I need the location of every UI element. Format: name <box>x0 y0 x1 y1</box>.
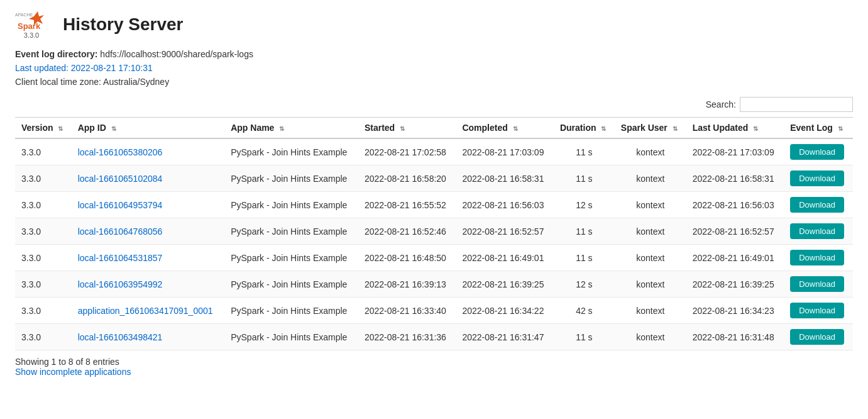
col-duration[interactable]: Duration ⇅ <box>554 118 615 139</box>
cell-app-id[interactable]: local-1661064531857 <box>72 245 225 271</box>
cell-app-name: PySpark - Join Hints Example <box>224 192 358 218</box>
col-event-log[interactable]: Event Log ⇅ <box>784 118 853 139</box>
cell-duration: 11 s <box>554 324 615 350</box>
cell-app-id[interactable]: local-1661064953794 <box>72 192 225 218</box>
cell-app-id[interactable]: local-1661065102084 <box>72 165 225 192</box>
cell-spark-user: kontext <box>615 218 686 245</box>
cell-last-updated: 2022-08-21 16:58:31 <box>686 165 784 192</box>
sort-arrows-event-log: ⇅ <box>838 125 843 132</box>
event-log-label: Event log directory: <box>15 49 97 59</box>
col-last-updated[interactable]: Last Updated ⇅ <box>686 118 784 139</box>
timezone-label: Client local time zone: <box>15 77 101 87</box>
download-button[interactable]: Download <box>790 144 844 160</box>
search-input[interactable] <box>740 97 853 112</box>
cell-download[interactable]: Download <box>784 218 853 245</box>
page-title: History Server <box>63 14 183 35</box>
cell-app-id-link[interactable]: local-1661065380206 <box>78 147 163 157</box>
cell-app-id[interactable]: application_1661063417091_0001 <box>72 298 225 324</box>
cell-app-id-link[interactable]: local-1661063954992 <box>78 279 163 289</box>
table-row: 3.3.0application_1661063417091_0001PySpa… <box>15 298 853 324</box>
spark-version: 3.3.0 <box>24 31 39 39</box>
cell-app-id-link[interactable]: local-1661063498421 <box>78 332 163 342</box>
table-row: 3.3.0local-1661064531857PySpark - Join H… <box>15 245 853 271</box>
cell-download[interactable]: Download <box>784 245 853 271</box>
applications-table: Version ⇅ App ID ⇅ App Name ⇅ Started ⇅ … <box>15 117 853 350</box>
download-button[interactable]: Download <box>790 197 844 213</box>
cell-app-id-link[interactable]: local-1661065102084 <box>78 174 163 184</box>
cell-download[interactable]: Download <box>784 271 853 298</box>
cell-app-id-link[interactable]: local-1661064531857 <box>78 253 163 263</box>
cell-spark-user: kontext <box>615 324 686 350</box>
cell-last-updated: 2022-08-21 16:56:03 <box>686 192 784 218</box>
cell-completed: 2022-08-21 16:39:25 <box>456 271 554 298</box>
col-version[interactable]: Version ⇅ <box>15 118 72 139</box>
cell-app-id[interactable]: local-1661065380206 <box>72 138 225 165</box>
cell-spark-user: kontext <box>615 271 686 298</box>
cell-version: 3.3.0 <box>15 324 72 350</box>
sort-arrows-app-id: ⇅ <box>111 125 116 132</box>
sort-arrows-spark-user: ⇅ <box>673 125 678 132</box>
cell-app-name: PySpark - Join Hints Example <box>224 165 358 192</box>
cell-duration: 42 s <box>554 298 615 324</box>
table-row: 3.3.0local-1661063498421PySpark - Join H… <box>15 324 853 350</box>
cell-download[interactable]: Download <box>784 298 853 324</box>
show-incomplete-link[interactable]: Show incomplete applications <box>15 367 131 377</box>
download-button[interactable]: Download <box>790 276 844 292</box>
cell-completed: 2022-08-21 16:52:57 <box>456 218 554 245</box>
table-row: 3.3.0local-1661064953794PySpark - Join H… <box>15 192 853 218</box>
cell-last-updated: 2022-08-21 17:03:09 <box>686 138 784 165</box>
download-button[interactable]: Download <box>790 250 844 265</box>
download-button[interactable]: Download <box>790 223 844 239</box>
search-bar: Search: <box>15 97 853 112</box>
cell-app-id[interactable]: local-1661064768056 <box>72 218 225 245</box>
download-button[interactable]: Download <box>790 329 844 345</box>
cell-last-updated: 2022-08-21 16:34:23 <box>686 298 784 324</box>
cell-started: 2022-08-21 17:02:58 <box>358 138 456 165</box>
cell-app-id-link[interactable]: local-1661064953794 <box>78 200 163 210</box>
footer: Showing 1 to 8 of 8 entries Show incompl… <box>15 357 853 377</box>
cell-last-updated: 2022-08-21 16:52:57 <box>686 218 784 245</box>
cell-completed: 2022-08-21 16:58:31 <box>456 165 554 192</box>
col-spark-user[interactable]: Spark User ⇅ <box>615 118 686 139</box>
cell-last-updated: 2022-08-21 16:31:48 <box>686 324 784 350</box>
cell-started: 2022-08-21 16:55:52 <box>358 192 456 218</box>
col-started[interactable]: Started ⇅ <box>358 118 456 139</box>
sort-arrows-last-updated: ⇅ <box>753 125 758 132</box>
col-completed[interactable]: Completed ⇅ <box>456 118 554 139</box>
cell-completed: 2022-08-21 16:49:01 <box>456 245 554 271</box>
download-button[interactable]: Download <box>790 303 844 318</box>
cell-duration: 12 s <box>554 192 615 218</box>
download-button[interactable]: Download <box>790 170 844 186</box>
cell-app-id[interactable]: local-1661063954992 <box>72 271 225 298</box>
table-body: 3.3.0local-1661065380206PySpark - Join H… <box>15 138 853 350</box>
table-row: 3.3.0local-1661063954992PySpark - Join H… <box>15 271 853 298</box>
cell-download[interactable]: Download <box>784 324 853 350</box>
cell-version: 3.3.0 <box>15 271 72 298</box>
cell-version: 3.3.0 <box>15 245 72 271</box>
cell-completed: 2022-08-21 16:34:22 <box>456 298 554 324</box>
cell-version: 3.3.0 <box>15 218 72 245</box>
page-header: APACHE Spark 3.3.0 History Server <box>15 10 853 39</box>
sort-arrows-app-name: ⇅ <box>279 125 284 132</box>
cell-app-id-link[interactable]: local-1661064768056 <box>78 226 163 237</box>
svg-text:APACHE: APACHE <box>15 13 33 17</box>
timezone: Client local time zone: Australia/Sydney <box>15 77 853 87</box>
cell-app-name: PySpark - Join Hints Example <box>224 245 358 271</box>
cell-app-id-link[interactable]: application_1661063417091_0001 <box>78 306 213 316</box>
cell-download[interactable]: Download <box>784 165 853 192</box>
cell-completed: 2022-08-21 17:03:09 <box>456 138 554 165</box>
col-app-id[interactable]: App ID ⇅ <box>72 118 225 139</box>
col-app-name[interactable]: App Name ⇅ <box>224 118 358 139</box>
cell-app-id[interactable]: local-1661063498421 <box>72 324 225 350</box>
cell-download[interactable]: Download <box>784 192 853 218</box>
spark-icon: APACHE Spark <box>15 10 48 33</box>
last-updated: Last updated: 2022-08-21 17:10:31 <box>15 63 853 73</box>
cell-last-updated: 2022-08-21 16:39:25 <box>686 271 784 298</box>
cell-spark-user: kontext <box>615 138 686 165</box>
cell-app-name: PySpark - Join Hints Example <box>224 298 358 324</box>
last-updated-label: Last updated: <box>15 63 69 73</box>
cell-download[interactable]: Download <box>784 138 853 165</box>
cell-app-name: PySpark - Join Hints Example <box>224 271 358 298</box>
table-header-row: Version ⇅ App ID ⇅ App Name ⇅ Started ⇅ … <box>15 118 853 139</box>
cell-spark-user: kontext <box>615 298 686 324</box>
